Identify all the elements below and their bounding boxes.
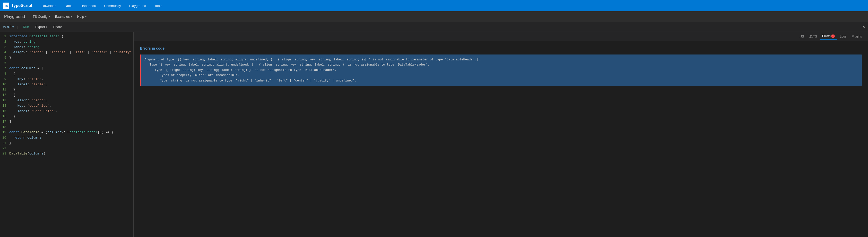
tab-errors[interactable]: Errors1 xyxy=(820,33,837,40)
error-message-line: Type '{ align: string; key: string; labe… xyxy=(145,68,858,73)
brand: TS TypeScript xyxy=(3,3,32,9)
code-line: 23DataTable(columns) xyxy=(0,151,133,157)
code-line: 15 label: "Cost Price", xyxy=(0,109,133,114)
line-content: align?: "right" | "inherit" | "left" | "… xyxy=(9,50,133,55)
line-number: 3 xyxy=(0,45,9,50)
line-number: 16 xyxy=(0,114,9,119)
error-message-line: Type 'string' is not assignable to type … xyxy=(145,78,858,83)
errors-tab-label: Errors xyxy=(822,34,831,38)
line-content: const DataTable = (columns?: DataTableHe… xyxy=(9,130,133,135)
nav-docs[interactable]: Docs xyxy=(63,3,74,9)
line-content: label: "Cost Price", xyxy=(9,109,133,114)
code-line: 3 label: string xyxy=(0,45,133,50)
line-content xyxy=(9,146,133,151)
nav-download[interactable]: Download xyxy=(40,3,58,9)
line-content: const columns = [ xyxy=(9,66,133,71)
code-editor[interactable]: 1interface DataTableHeader {2 key: strin… xyxy=(0,32,133,159)
line-number: 1 xyxy=(0,34,9,39)
nav-playground[interactable]: Playground xyxy=(128,3,148,9)
help-label: Help xyxy=(77,15,84,19)
code-line: 11 }, xyxy=(0,87,133,93)
code-line: 1interface DataTableHeader { xyxy=(0,34,133,39)
code-line: 8 { xyxy=(0,71,133,77)
code-line: 7const columns = [ xyxy=(0,66,133,71)
line-content: } xyxy=(9,114,133,119)
version-number: v4.9.3 xyxy=(3,25,11,29)
right-panel: .JS .D.TS Errors1 Logs Plugins Errors in… xyxy=(134,32,868,237)
code-line: 19const DataTable = (columns?: DataTable… xyxy=(0,130,133,135)
line-number: 10 xyxy=(0,82,9,88)
share-button[interactable]: Share xyxy=(51,25,64,29)
line-content: DataTable(columns) xyxy=(9,151,133,157)
line-number: 23 xyxy=(0,151,9,157)
line-number: 14 xyxy=(0,103,9,109)
code-line: 4 align?: "right" | "inherit" | "left" |… xyxy=(0,50,133,55)
line-number: 5 xyxy=(0,55,9,61)
tab-logs[interactable]: Logs xyxy=(838,34,849,39)
code-line: 22 xyxy=(0,146,133,151)
examples-chevron: ▾ xyxy=(71,15,72,18)
page-title: Playground xyxy=(4,14,25,19)
top-nav: TS TypeScript Download Docs Handbook Com… xyxy=(0,0,868,11)
line-content xyxy=(9,125,133,130)
help-chevron: ▾ xyxy=(85,15,87,18)
nav-tools[interactable]: Tools xyxy=(153,3,164,9)
line-content: return columns xyxy=(9,135,133,141)
code-line: 5} xyxy=(0,55,133,61)
line-number: 22 xyxy=(0,146,9,151)
tab-js[interactable]: .JS xyxy=(798,34,806,39)
line-content: } xyxy=(9,55,133,61)
code-line: 21} xyxy=(0,141,133,146)
line-content: interface DataTableHeader { xyxy=(9,34,133,39)
line-number: 15 xyxy=(0,109,9,114)
code-line: 13 align: "right", xyxy=(0,98,133,103)
tsconfig-menu[interactable]: TS Config ▾ xyxy=(30,13,53,20)
line-content xyxy=(9,61,133,66)
code-line: 20 return columns xyxy=(0,135,133,141)
line-number: 11 xyxy=(0,87,9,93)
line-content: key: string xyxy=(9,39,133,45)
code-panel[interactable]: 1interface DataTableHeader {2 key: strin… xyxy=(0,32,134,237)
code-line: 6 xyxy=(0,61,133,66)
tab-plugins[interactable]: Plugins xyxy=(850,34,864,39)
code-line: 16 } xyxy=(0,114,133,119)
errors-badge: 1 xyxy=(831,34,835,38)
error-message-line: Argument of type '({ key: string; label:… xyxy=(145,57,858,62)
line-content: key: "costPrice", xyxy=(9,103,133,109)
code-line: 14 key: "costPrice", xyxy=(0,103,133,109)
tsconfig-chevron: ▾ xyxy=(49,15,50,18)
main-layout: 1interface DataTableHeader {2 key: strin… xyxy=(0,32,868,237)
run-button[interactable]: Run xyxy=(21,25,31,29)
version-badge[interactable]: v4.9.3 ▾ xyxy=(3,25,14,29)
code-line: 2 key: string xyxy=(0,39,133,45)
line-content: label: "Title", xyxy=(9,82,133,88)
errors-title: Errors in code xyxy=(140,46,862,50)
code-line: 18 xyxy=(0,125,133,130)
tsconfig-label: TS Config xyxy=(33,15,48,19)
export-button[interactable]: Export ▾ xyxy=(33,25,49,29)
nav-handbook[interactable]: Handbook xyxy=(79,3,97,9)
line-content: label: string xyxy=(9,45,133,50)
line-number: 19 xyxy=(0,130,9,135)
line-number: 21 xyxy=(0,141,9,146)
line-number: 20 xyxy=(0,135,9,141)
line-content: { xyxy=(9,93,133,98)
line-content: { xyxy=(9,71,133,77)
examples-label: Examples xyxy=(55,15,70,19)
line-number: 12 xyxy=(0,93,9,98)
code-line: 10 label: "Title", xyxy=(0,82,133,88)
help-menu[interactable]: Help ▾ xyxy=(75,13,89,20)
error-message-line: Type '{ key: string; label: string; alig… xyxy=(145,62,858,67)
export-label: Export xyxy=(35,25,45,29)
code-line: 9 key: "title", xyxy=(0,77,133,82)
tab-dts[interactable]: .D.TS xyxy=(807,34,819,39)
errors-panel: Errors in code Argument of type '({ key:… xyxy=(134,41,868,237)
line-number: 9 xyxy=(0,77,9,82)
line-number: 18 xyxy=(0,125,9,130)
line-number: 4 xyxy=(0,50,9,55)
close-button[interactable]: × xyxy=(863,25,865,29)
nav-community[interactable]: Community xyxy=(102,3,123,9)
line-number: 8 xyxy=(0,71,9,77)
code-line: 12 { xyxy=(0,93,133,98)
examples-menu[interactable]: Examples ▾ xyxy=(53,13,75,20)
